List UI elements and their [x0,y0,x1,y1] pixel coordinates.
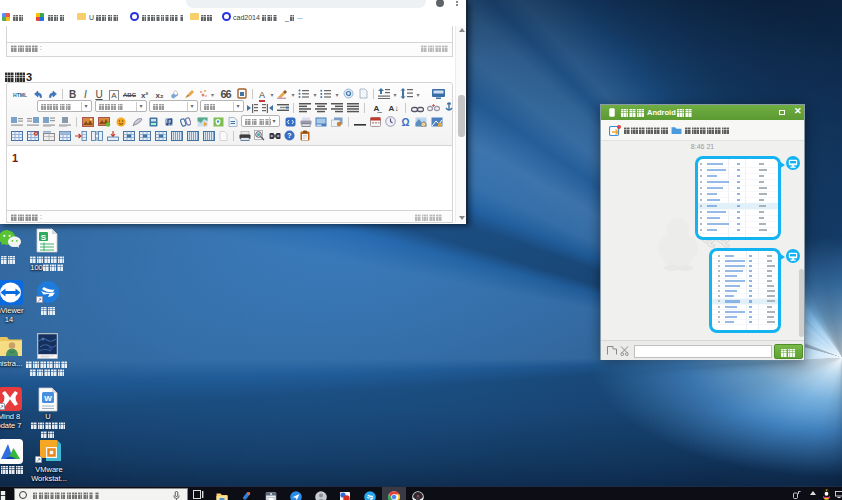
svg-text:S: S [41,233,47,242]
svg-text:?: ? [287,132,291,139]
svg-text:W: W [44,394,52,403]
